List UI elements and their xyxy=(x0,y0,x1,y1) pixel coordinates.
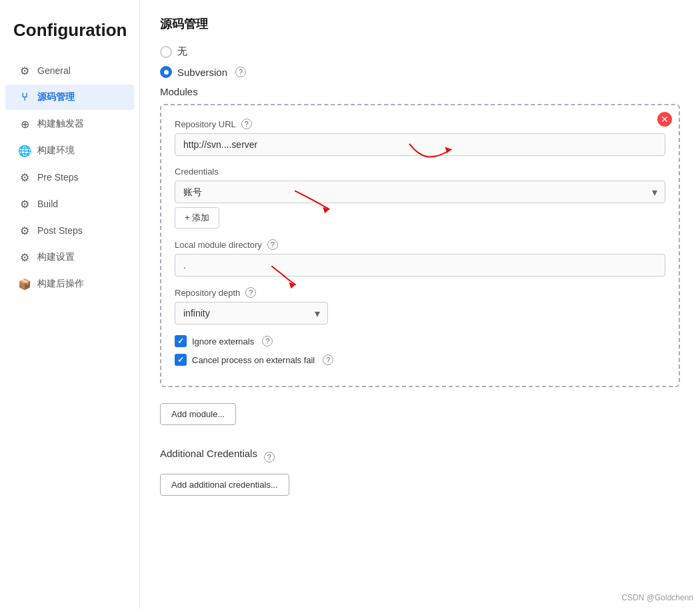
radio-subversion-label: Subversion xyxy=(177,67,227,78)
ignore-externals-checkbox[interactable]: ✓ xyxy=(175,335,187,347)
sidebar-item-source[interactable]: ⑂ 源码管理 xyxy=(5,85,134,110)
radio-subversion-option[interactable]: Subversion ? xyxy=(160,66,680,78)
gear-icon: ⚙ xyxy=(19,65,31,77)
credentials-field: Credentials 账号 + 添加 xyxy=(175,167,665,229)
app-title: Configuration xyxy=(0,13,139,57)
additional-creds-label: Additional Credentials xyxy=(160,448,257,459)
sidebar-item-label: 构建设置 xyxy=(37,251,75,263)
repo-depth-field: Repository depth ? infinity empty files … xyxy=(175,287,665,324)
additional-credentials-section: Additional Credentials ? Add additional … xyxy=(160,448,680,496)
sidebar-item-label: General xyxy=(37,65,71,76)
repo-url-label: Repository URL ? xyxy=(175,119,665,129)
add-credentials-inline-button[interactable]: + 添加 xyxy=(175,207,219,229)
cancel-externals-checkbox[interactable]: ✓ xyxy=(175,354,187,366)
add-credentials-button[interactable]: Add additional credentials... xyxy=(160,474,289,496)
subversion-help-icon[interactable]: ? xyxy=(235,67,246,77)
local-dir-label: Local module directory ? xyxy=(175,239,665,250)
cancel-externals-help-icon[interactable]: ? xyxy=(323,354,333,365)
repo-depth-help-icon[interactable]: ? xyxy=(245,287,256,298)
branch-icon: ⑂ xyxy=(19,91,31,103)
trigger-icon: ⊕ xyxy=(19,118,31,130)
sidebar-item-general[interactable]: ⚙ General xyxy=(5,58,134,83)
ignore-externals-label: Ignore externals xyxy=(192,336,254,346)
sidebar-item-label: Pre Steps xyxy=(37,172,78,183)
repo-url-help-icon[interactable]: ? xyxy=(241,119,252,129)
local-dir-help-icon[interactable]: ? xyxy=(267,239,278,250)
radio-none-option[interactable]: 无 xyxy=(160,45,680,58)
sidebar-item-label: 构建后操作 xyxy=(37,278,84,290)
repo-depth-select[interactable]: infinity empty files immediates xyxy=(175,302,328,324)
sidebar: Configuration ⚙ General ⑂ 源码管理 ⊕ 构建触发器 🌐… xyxy=(0,0,140,609)
sidebar-item-label: Post Steps xyxy=(37,225,83,236)
sidebar-item-poststeps[interactable]: ⚙ Post Steps xyxy=(5,218,134,243)
local-dir-field: Local module directory ? xyxy=(175,239,665,277)
sidebar-item-label: 源码管理 xyxy=(37,91,75,103)
sidebar-item-build[interactable]: ⚙ Build xyxy=(5,191,134,217)
sidebar-item-settings[interactable]: ⚙ 构建设置 xyxy=(5,245,134,270)
watermark: CSDN @Goldchenn xyxy=(621,593,693,602)
repo-depth-select-wrapper: infinity empty files immediates xyxy=(175,302,328,324)
cancel-externals-row[interactable]: ✓ Cancel process on externals fail ? xyxy=(175,354,665,366)
settings-icon: ⚙ xyxy=(19,251,31,263)
credentials-label: Credentials xyxy=(175,167,665,177)
local-dir-input[interactable] xyxy=(175,254,665,277)
build-icon: ⚙ xyxy=(19,198,31,210)
repo-depth-label: Repository depth ? xyxy=(175,287,665,298)
modules-section: Modules ✕ Repository URL ? Credential xyxy=(160,86,680,387)
sidebar-item-label: Build xyxy=(37,199,58,209)
sidebar-item-label: 构建环境 xyxy=(37,145,75,157)
radio-none-label: 无 xyxy=(177,45,187,58)
credentials-select-wrapper: 账号 xyxy=(175,181,665,203)
ignore-externals-help-icon[interactable]: ? xyxy=(262,336,273,346)
module-box: ✕ Repository URL ? Credentials xyxy=(160,104,680,387)
remove-module-button[interactable]: ✕ xyxy=(657,112,672,127)
repo-url-field: Repository URL ? xyxy=(175,119,665,156)
ignore-externals-row[interactable]: ✓ Ignore externals ? xyxy=(175,335,665,347)
repo-url-input[interactable] xyxy=(175,133,665,156)
sidebar-item-label: 构建触发器 xyxy=(37,118,84,130)
page-title: 源码管理 xyxy=(160,16,680,32)
additional-creds-help-icon[interactable]: ? xyxy=(264,452,275,462)
env-icon: 🌐 xyxy=(19,145,31,157)
modules-label: Modules xyxy=(160,86,680,97)
credentials-select[interactable]: 账号 xyxy=(175,181,665,203)
sidebar-item-presteps[interactable]: ⚙ Pre Steps xyxy=(5,165,134,190)
radio-subversion-circle[interactable] xyxy=(160,66,172,78)
radio-none-circle[interactable] xyxy=(160,46,172,58)
presteps-icon: ⚙ xyxy=(19,171,31,183)
sidebar-item-postbuild[interactable]: 📦 构建后操作 xyxy=(5,271,134,297)
postbuild-icon: 📦 xyxy=(19,278,31,290)
module-box-wrapper: ✕ Repository URL ? Credentials xyxy=(160,104,680,387)
cancel-externals-label: Cancel process on externals fail xyxy=(192,355,315,365)
sidebar-item-trigger[interactable]: ⊕ 构建触发器 xyxy=(5,111,134,137)
main-content: 源码管理 无 Subversion ? Modules ✕ Repository… xyxy=(140,0,700,609)
add-module-button[interactable]: Add module... xyxy=(160,403,236,425)
poststeps-icon: ⚙ xyxy=(19,225,31,237)
sidebar-item-env[interactable]: 🌐 构建环境 xyxy=(5,138,134,163)
